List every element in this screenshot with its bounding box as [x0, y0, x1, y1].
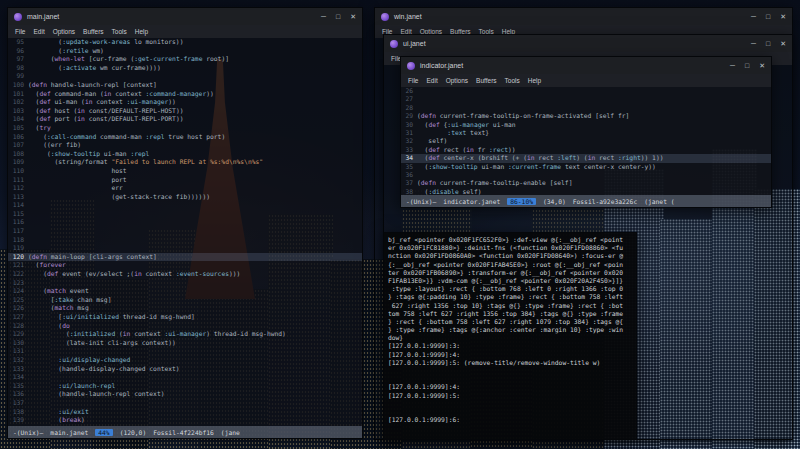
- code-line[interactable]: 26: [401, 87, 771, 95]
- repl-line: tom 758 :left 627 :right 1356 :top 384} …: [388, 310, 632, 318]
- titlebar[interactable]: win.janet ─ □ ✕: [375, 8, 792, 25]
- titlebar[interactable]: ui.janet ─ □ ✕: [384, 35, 792, 52]
- code-line[interactable]: 126 (match msg: [8, 304, 362, 313]
- code-line[interactable]: 100(defn handle-launch-repl [context]: [8, 81, 362, 90]
- code-line[interactable]: 101 (def command-man (in context :comman…: [8, 90, 362, 99]
- repl-line: [127.0.0.1:9999]:4:: [388, 351, 632, 359]
- maximize-button[interactable]: □: [766, 13, 770, 21]
- code-line[interactable]: 128 (do: [8, 322, 362, 331]
- line-number: 139: [8, 416, 28, 425]
- code-line[interactable]: 106 (:call-command command-man :repl tru…: [8, 133, 362, 142]
- code-line[interactable]: 32 self): [401, 137, 771, 145]
- code-line[interactable]: 95 (:update-work-areas lo monitors)): [8, 38, 362, 47]
- code-line[interactable]: 137: [8, 399, 362, 408]
- minimize-button[interactable]: ─: [321, 13, 326, 21]
- code-line[interactable]: 38 (:disable self): [401, 188, 771, 195]
- code-line[interactable]: 102 (def ui-man (in context :ui-manager)…: [8, 98, 362, 107]
- code-line[interactable]: 105 (try: [8, 124, 362, 133]
- code-line[interactable]: 98 (:activate wm cur-frame)))): [8, 64, 362, 73]
- code-line[interactable]: 135 :ui/launch-repl: [8, 382, 362, 391]
- code-line[interactable]: 119: [8, 244, 362, 253]
- minimize-button[interactable]: ─: [751, 40, 756, 48]
- code-line[interactable]: 118: [8, 236, 362, 245]
- code-line[interactable]: 131: [8, 347, 362, 356]
- code-line[interactable]: 30 (def {:ui-manager ui-man: [401, 121, 771, 129]
- code-line[interactable]: 99: [8, 72, 362, 81]
- code-line[interactable]: 124 (match event: [8, 287, 362, 296]
- code-line[interactable]: 112 err: [8, 184, 362, 193]
- menu-options[interactable]: Options: [446, 77, 468, 84]
- menu-options[interactable]: Options: [53, 28, 75, 35]
- menu-buffers[interactable]: Buffers: [83, 28, 103, 35]
- code-line[interactable]: 107 ((err fib): [8, 141, 362, 150]
- code-editor[interactable]: 95 (:update-work-areas lo monitors))96 (…: [8, 38, 362, 426]
- code-line[interactable]: 104 (def port (in const/DEFAULT-REPL-POR…: [8, 115, 362, 124]
- menu-buffers[interactable]: Buffers: [476, 77, 496, 84]
- code-line[interactable]: 116: [8, 218, 362, 227]
- code-line[interactable]: 117: [8, 227, 362, 236]
- code-line[interactable]: 123: [8, 279, 362, 288]
- line-number: 130: [8, 339, 28, 348]
- menu-edit[interactable]: Edit: [33, 28, 44, 35]
- maximize-button[interactable]: □: [336, 13, 340, 21]
- code-line[interactable]: 115: [8, 210, 362, 219]
- code-line[interactable]: 34 (def center-x (brshift (+ (in rect :l…: [401, 154, 771, 162]
- code-line[interactable]: 109 (string/format "Failed to launch REP…: [8, 158, 362, 167]
- code-line[interactable]: 132 :ui/display-changed: [8, 356, 362, 365]
- code-line[interactable]: 28: [401, 104, 771, 112]
- code-line[interactable]: 134: [8, 373, 362, 382]
- line-number: 101: [8, 90, 28, 99]
- code-line[interactable]: 37(defn current-frame-tooltip-enable [se…: [401, 179, 771, 187]
- close-button[interactable]: ✕: [780, 13, 786, 21]
- code-line[interactable]: 96 (:retile wm): [8, 47, 362, 56]
- code-line[interactable]: 120(defn main-loop [cli-args context]: [8, 253, 362, 262]
- code-line[interactable]: 113 (get-stack-trace fib)))))): [8, 193, 362, 202]
- line-number: 34: [401, 154, 417, 162]
- close-button[interactable]: ✕: [350, 13, 356, 21]
- code-line[interactable]: 129 (:initialized (in context :ui-manage…: [8, 330, 362, 339]
- menu-edit[interactable]: Edit: [426, 77, 437, 84]
- minimize-button[interactable]: ─: [751, 13, 756, 21]
- code-line[interactable]: 29(defn current-frame-tooltip-on-frame-a…: [401, 112, 771, 120]
- close-button[interactable]: ✕: [780, 40, 786, 48]
- code-line[interactable]: 108 (:show-tooltip ui-man :repl: [8, 150, 362, 159]
- menu-file[interactable]: File: [408, 77, 418, 84]
- code-line[interactable]: 130 (late-init cli-args context)): [8, 339, 362, 348]
- code-line[interactable]: 31 :text text}: [401, 129, 771, 137]
- menu-help[interactable]: Help: [528, 77, 541, 84]
- code-line[interactable]: 103 (def host (in const/DEFAULT-REPL-HOS…: [8, 107, 362, 116]
- maximize-button[interactable]: □: [745, 62, 749, 70]
- code-line[interactable]: 35 (:show-tooltip ui-man :current-frame …: [401, 163, 771, 171]
- code-line[interactable]: 138 :ui/exit: [8, 408, 362, 417]
- titlebar[interactable]: main.janet ─ □ ✕: [8, 8, 362, 25]
- close-button[interactable]: ✕: [759, 62, 765, 70]
- menu-file[interactable]: File: [15, 28, 25, 35]
- code-line[interactable]: 27: [401, 95, 771, 103]
- code-editor[interactable]: 26272829(defn current-frame-tooltip-on-f…: [401, 87, 771, 195]
- code-line[interactable]: 110 host: [8, 167, 362, 176]
- line-number: 136: [8, 390, 28, 399]
- repl-output-pane[interactable]: bj_ref <pointer 0x020F1FC652F0>} :def-vi…: [383, 232, 637, 440]
- code-line[interactable]: 136 (handle-launch-repl context): [8, 390, 362, 399]
- code-line[interactable]: 133 (handle-display-changed context): [8, 365, 362, 374]
- code-line[interactable]: 97 (when-let [cur-frame (:get-current-fr…: [8, 55, 362, 64]
- menu-help[interactable]: Help: [135, 28, 148, 35]
- repl-line: [388, 367, 632, 375]
- code-line[interactable]: 125 [:take chan msg]: [8, 296, 362, 305]
- titlebar[interactable]: indicator.janet ─ □ ✕: [401, 57, 771, 74]
- code-line[interactable]: 111 port: [8, 176, 362, 185]
- code-line[interactable]: 127 [:ui/initialized thread-id msg-hwnd]: [8, 313, 362, 322]
- code-line[interactable]: 36: [401, 171, 771, 179]
- code-line[interactable]: 122 (def event (ev/select ;(in context :…: [8, 270, 362, 279]
- menu-tools[interactable]: Tools: [112, 28, 127, 35]
- line-number: 133: [8, 365, 28, 374]
- line-number: 129: [8, 330, 28, 339]
- maximize-button[interactable]: □: [766, 40, 770, 48]
- code-line[interactable]: 121 (forever: [8, 261, 362, 270]
- minimize-button[interactable]: ─: [730, 62, 735, 70]
- code-line[interactable]: 139 (break): [8, 416, 362, 425]
- code-line[interactable]: 33 (def rect (in fr :rect)): [401, 146, 771, 154]
- menu-tools[interactable]: Tools: [505, 77, 520, 84]
- code-line[interactable]: 114: [8, 201, 362, 210]
- repl-line: er 0x020F1FC81880>} :deinit-fns (<functi…: [388, 244, 632, 252]
